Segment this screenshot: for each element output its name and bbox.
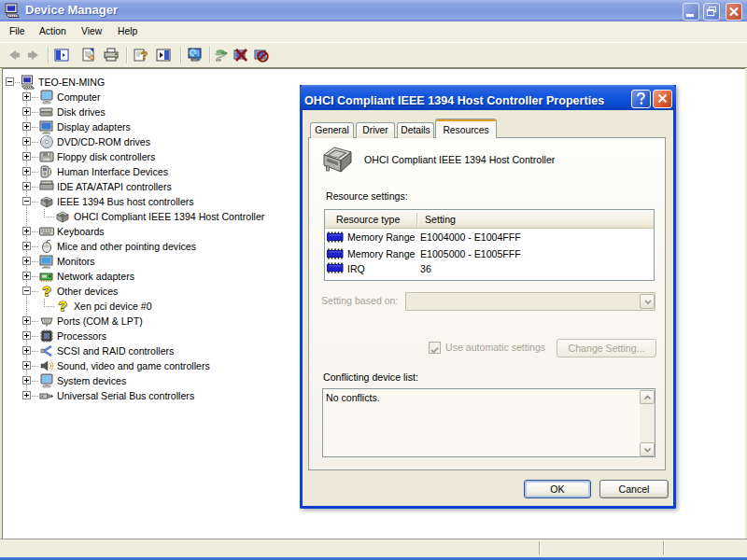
svg-text:?: ? bbox=[42, 284, 50, 299]
svg-text:?: ? bbox=[58, 299, 66, 314]
svg-text:?: ? bbox=[141, 49, 148, 63]
